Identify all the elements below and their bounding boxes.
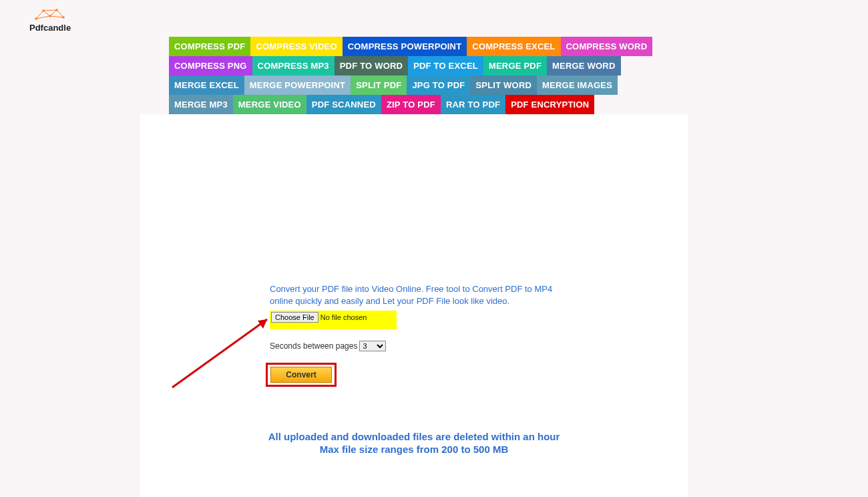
nav-item-merge-video[interactable]: MERGE VIDEO	[233, 95, 306, 114]
notice-line-1: All uploaded and downloaded files are de…	[140, 431, 688, 442]
nav-item-compress-video[interactable]: COMPRESS VIDEO	[250, 37, 342, 56]
nav-item-compress-mp3[interactable]: COMPRESS MP3	[252, 56, 335, 75]
svg-point-1	[42, 9, 44, 11]
nav-bar: COMPRESS PDFCOMPRESS VIDEOCOMPRESS POWER…	[169, 37, 656, 114]
nav-item-compress-word[interactable]: COMPRESS WORD	[561, 37, 653, 56]
nav-item-merge-word[interactable]: MERGE WORD	[547, 56, 620, 75]
nav-item-pdf-to-excel[interactable]: PDF TO EXCEL	[408, 56, 483, 75]
svg-point-4	[62, 16, 64, 18]
seconds-select[interactable]: 3	[359, 341, 386, 351]
logo[interactable]: Pdfcandle	[29, 8, 71, 33]
notice-line-2: Max file size ranges from 200 to 500 MB	[140, 444, 688, 455]
file-input-row: Choose File No file chosen	[270, 311, 397, 329]
svg-point-3	[55, 9, 57, 11]
nav-item-compress-excel[interactable]: COMPRESS EXCEL	[467, 37, 560, 56]
nav-item-pdf-scanned[interactable]: PDF SCANNED	[306, 95, 381, 114]
seconds-label: Seconds between pages	[270, 341, 357, 351]
nav-item-split-pdf[interactable]: SPLIT PDF	[351, 75, 407, 95]
nav-item-jpg-to-pdf[interactable]: JPG TO PDF	[407, 75, 470, 95]
nav-item-split-word[interactable]: SPLIT WORD	[470, 75, 537, 95]
choose-file-button[interactable]: Choose File	[271, 312, 318, 323]
nav-item-pdf-encryption[interactable]: PDF ENCRYPTION	[505, 95, 594, 114]
description-text: Convert your PDF file into Video Online.…	[270, 283, 569, 307]
seconds-row: Seconds between pages 3	[270, 341, 386, 351]
nav-item-rar-to-pdf[interactable]: RAR TO PDF	[441, 95, 505, 114]
nav-item-compress-powerpoint[interactable]: COMPRESS POWERPOINT	[343, 37, 467, 56]
svg-point-0	[35, 17, 37, 19]
nav-item-merge-pdf[interactable]: MERGE PDF	[483, 56, 547, 75]
nav-item-pdf-to-word[interactable]: PDF TO WORD	[335, 56, 408, 75]
nav-item-merge-images[interactable]: MERGE IMAGES	[537, 75, 618, 95]
nav-item-merge-powerpoint[interactable]: MERGE POWERPOINT	[244, 75, 351, 95]
file-status-text: No file chosen	[320, 312, 367, 321]
logo-icon	[34, 8, 66, 21]
nav-item-compress-png[interactable]: COMPRESS PNG	[169, 56, 252, 75]
nav-item-compress-pdf[interactable]: COMPRESS PDF	[169, 37, 250, 56]
svg-point-2	[49, 15, 51, 17]
logo-text: Pdfcandle	[29, 23, 71, 33]
convert-button[interactable]: Convert	[270, 367, 332, 383]
convert-highlight: Convert	[266, 363, 337, 387]
nav-item-zip-to-pdf[interactable]: ZIP TO PDF	[381, 95, 441, 114]
nav-item-merge-excel[interactable]: MERGE EXCEL	[169, 75, 244, 95]
nav-item-merge-mp3[interactable]: MERGE MP3	[169, 95, 233, 114]
